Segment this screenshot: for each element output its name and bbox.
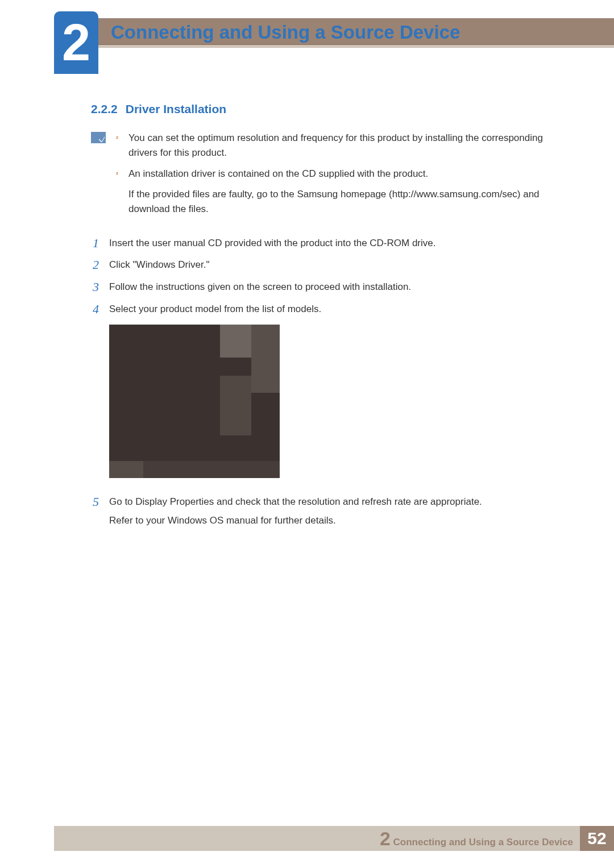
footer-chapter-title: Connecting and Using a Source Device — [393, 837, 573, 848]
page: 2 Connecting and Using a Source Device 2… — [0, 0, 614, 868]
footer-chapter-ref: 2 Connecting and Using a Source Device — [380, 828, 580, 850]
bullet-icon: z — [116, 170, 118, 177]
step-item: 1 Insert the user manual CD provided wit… — [90, 235, 557, 252]
step-supplement: Refer to your Windows OS manual for furt… — [109, 513, 557, 528]
note-block: z You can set the optimum resolution and… — [91, 131, 557, 217]
section-title: Driver Installation — [126, 102, 226, 116]
step-number: 1 — [90, 235, 99, 252]
section-number: 2.2.2 — [91, 102, 118, 116]
step-number: 4 — [90, 301, 99, 318]
chapter-number: 2 — [62, 17, 90, 68]
chapter-badge: 2 — [54, 11, 98, 74]
step-item: 2 Click "Windows Driver." — [90, 257, 557, 273]
step-body: Select your product model from the list … — [109, 301, 557, 488]
section-heading: 2.2.2 Driver Installation — [91, 102, 557, 116]
bullet-icon: z — [116, 134, 118, 141]
content: 2.2.2 Driver Installation z You can set … — [91, 102, 557, 534]
note-icon — [91, 132, 106, 143]
step-text: Click "Windows Driver." — [109, 257, 557, 272]
step-number: 3 — [90, 279, 99, 296]
note-text: An installation driver is contained on t… — [128, 168, 428, 179]
step-item: 3 Follow the instructions given on the s… — [90, 279, 557, 296]
note-item: z An installation driver is contained on… — [116, 167, 557, 181]
step-text: Insert the user manual CD provided with … — [109, 235, 557, 251]
step-number: 2 — [90, 257, 99, 273]
footer-chapter-num: 2 — [380, 828, 391, 849]
note-text: You can set the optimum resolution and f… — [128, 132, 543, 158]
screenshot-placeholder — [109, 325, 280, 478]
step-text: Select your product model from the list … — [109, 301, 557, 317]
step-item: 4 Select your product model from the lis… — [90, 301, 557, 488]
step-text: Follow the instructions given on the scr… — [109, 279, 557, 294]
step-number: 5 — [90, 494, 99, 510]
step-text: Go to Display Properties and check that … — [109, 494, 557, 509]
step-item: 5 Go to Display Properties and check tha… — [90, 494, 557, 528]
footer-bar: 2 Connecting and Using a Source Device 5… — [54, 826, 614, 851]
chapter-title: Connecting and Using a Source Device — [111, 22, 460, 43]
note-supplement: If the provided files are faulty, go to … — [116, 187, 557, 217]
note-item: z You can set the optimum resolution and… — [116, 131, 557, 161]
steps-list: 1 Insert the user manual CD provided wit… — [90, 235, 557, 528]
note-list: z You can set the optimum resolution and… — [116, 131, 557, 217]
page-number: 52 — [580, 826, 614, 851]
step-body: Go to Display Properties and check that … — [109, 494, 557, 528]
